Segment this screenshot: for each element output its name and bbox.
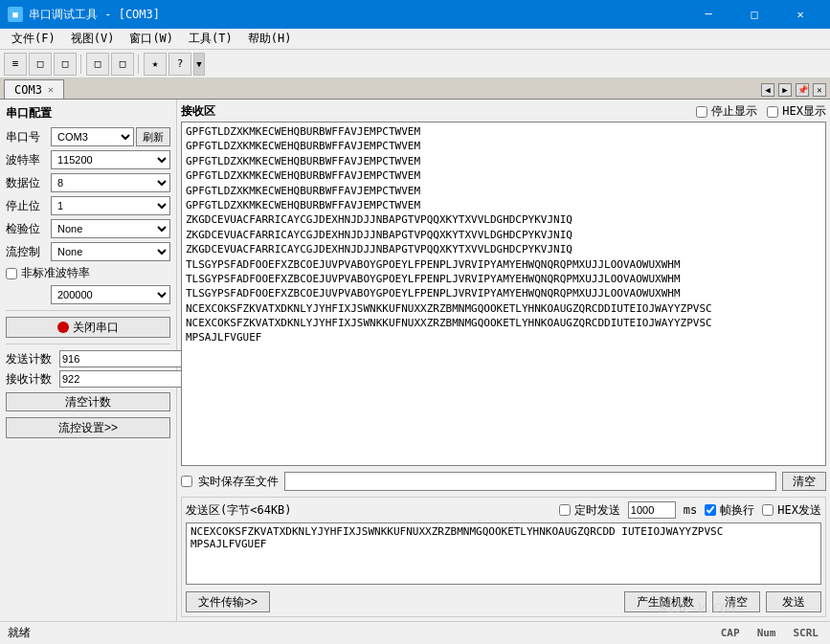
nonstandard-value-row: 200000: [6, 285, 170, 304]
close-port-button[interactable]: 关闭串口: [6, 317, 170, 338]
tab-right-controls: ◀ ▶ 📌 ✕: [761, 83, 826, 97]
timed-send-group: 定时发送: [559, 502, 620, 519]
flow-settings-button[interactable]: 流控设置>>: [6, 417, 170, 438]
file-transfer-button[interactable]: 文件传输>>: [186, 591, 270, 612]
toolbar: ≡ □ □ □ □ ★ ? ▼: [0, 50, 830, 78]
close-port-label: 关闭串口: [73, 320, 119, 336]
send-button[interactable]: 发送: [766, 591, 821, 612]
send-section: 发送区(字节<64KB) 定时发送 ms 帧换行 HEX发送: [181, 497, 826, 617]
recv-header: 接收区 停止显示 HEX显示: [181, 103, 826, 120]
scrl-indicator: SCRL: [790, 627, 823, 639]
flow-label: 流控制: [6, 244, 49, 260]
status-bar: 就绪 CAP Num SCRL: [0, 621, 830, 644]
timed-send-label: 定时发送: [574, 502, 620, 519]
hex-display-group: HEX显示: [767, 103, 826, 120]
menu-view[interactable]: 视图(V): [63, 29, 123, 50]
linebreak-checkbox[interactable]: [705, 504, 716, 516]
refresh-button[interactable]: 刷新: [136, 127, 170, 146]
menu-help[interactable]: 帮助(H): [240, 29, 300, 50]
stop-display-label: 停止显示: [711, 103, 757, 120]
linebreak-label: 帧换行: [720, 502, 754, 519]
toolbar-arrow[interactable]: ▼: [193, 53, 205, 76]
parity-select[interactable]: None: [51, 219, 170, 238]
tab-arrow-left[interactable]: ◀: [761, 83, 774, 97]
divider-2: [6, 344, 170, 344]
toolbar-btn5[interactable]: □: [111, 53, 134, 76]
app-icon: ■: [8, 7, 23, 22]
tab-close-icon[interactable]: ✕: [48, 84, 54, 95]
recv-content: GPFGTLDZXKMKECWEHQBURBWFFAVJEMPCTWVEM GP…: [186, 124, 821, 345]
send-count-label: 发送计数: [6, 351, 56, 367]
stopbits-row: 停止位 1: [6, 196, 170, 215]
red-dot-icon: [57, 322, 69, 333]
toolbar-new-button[interactable]: ≡: [4, 53, 27, 76]
send-controls: 定时发送 ms 帧换行 HEX发送: [559, 501, 821, 519]
save-path-input[interactable]: [284, 472, 776, 491]
toolbar-star-button[interactable]: ★: [144, 53, 167, 76]
stopbits-select[interactable]: 1: [51, 196, 170, 215]
toolbar-btn4[interactable]: □: [86, 53, 109, 76]
databits-row: 数据位 8: [6, 173, 170, 192]
databits-select[interactable]: 8: [51, 173, 170, 192]
menu-file[interactable]: 文件(F): [4, 29, 63, 50]
close-button[interactable]: ✕: [778, 0, 822, 29]
recv-area: GPFGTLDZXKMKECWEHQBURBWFFAVJEMPCTWVEM GP…: [181, 122, 826, 466]
parity-row: 检验位 None: [6, 219, 170, 238]
send-title: 发送区(字节<64KB): [186, 502, 292, 519]
title-bar-controls: ─ □ ✕: [686, 0, 822, 29]
recv-title: 接收区: [181, 103, 215, 120]
minimize-button[interactable]: ─: [686, 0, 730, 29]
save-file-checkbox[interactable]: [181, 476, 192, 487]
clear-recv-button[interactable]: 清空: [782, 472, 826, 491]
ms-label: ms: [684, 503, 697, 517]
tab-pin[interactable]: 📌: [796, 83, 809, 97]
left-panel: 串口配置 串口号 COM3 刷新 波特率 115200 数据位 8 停止位 1: [0, 100, 177, 621]
port-label: 串口号: [6, 129, 49, 145]
save-row: 实时保存至文件 清空: [181, 470, 826, 493]
tab-close-all[interactable]: ✕: [813, 83, 826, 97]
parity-label: 检验位: [6, 221, 49, 237]
menu-tools[interactable]: 工具(T): [181, 29, 240, 50]
maximize-button[interactable]: □: [732, 0, 776, 29]
send-count-row: 发送计数: [6, 350, 170, 367]
watermark: RISC-V.COM: [660, 601, 734, 615]
hex-display-checkbox[interactable]: [767, 106, 778, 118]
recv-count-row: 接收计数: [6, 370, 170, 388]
stop-display-checkbox[interactable]: [696, 106, 707, 118]
menu-window[interactable]: 窗口(W): [122, 29, 181, 50]
toolbar-open-button[interactable]: □: [29, 53, 52, 76]
send-area[interactable]: NCEXCOKSFZKVATXDKNLYJYHFIXJSWNKKUFNUXXZR…: [186, 522, 821, 585]
nonstandard-checkbox[interactable]: [6, 268, 17, 279]
send-footer-left: 文件传输>>: [186, 591, 270, 612]
timed-interval-input[interactable]: [628, 501, 676, 519]
stopbits-label: 停止位: [6, 198, 49, 214]
hex-send-checkbox[interactable]: [762, 504, 774, 516]
app-icon-symbol: ■: [12, 10, 17, 19]
status-text: 就绪: [8, 625, 31, 641]
tab-arrow-right[interactable]: ▶: [778, 83, 792, 97]
recv-controls: 停止显示 HEX显示: [696, 103, 826, 120]
title-text: 串口调试工具 - [COM3]: [29, 7, 160, 23]
toolbar-help-button[interactable]: ?: [168, 53, 191, 76]
tab-label: COM3: [14, 83, 42, 97]
clear-count-button[interactable]: 清空计数: [6, 392, 170, 411]
toolbar-separator-1: [80, 55, 82, 74]
hex-send-label: HEX发送: [777, 502, 821, 519]
databits-label: 数据位: [6, 175, 49, 191]
nonstandard-label: 非标准波特率: [21, 265, 90, 281]
tab-com3[interactable]: COM3 ✕: [4, 79, 64, 99]
title-bar: ■ 串口调试工具 - [COM3] ─ □ ✕: [0, 0, 830, 29]
toolbar-separator-2: [138, 55, 140, 74]
toolbar-save-button[interactable]: □: [54, 53, 77, 76]
port-row: 串口号 COM3 刷新: [6, 127, 170, 146]
flow-select[interactable]: None: [51, 242, 170, 261]
nonstandard-baud-select[interactable]: 200000: [51, 285, 170, 304]
port-select[interactable]: COM3: [51, 127, 134, 146]
timed-send-checkbox[interactable]: [559, 504, 571, 516]
baud-label: 波特率: [6, 152, 49, 168]
main-content: 串口配置 串口号 COM3 刷新 波特率 115200 数据位 8 停止位 1: [0, 100, 830, 621]
flow-row: 流控制 None: [6, 242, 170, 261]
stop-display-group: 停止显示: [696, 103, 757, 120]
num-indicator: Num: [753, 627, 780, 639]
baud-select[interactable]: 115200: [51, 150, 170, 169]
